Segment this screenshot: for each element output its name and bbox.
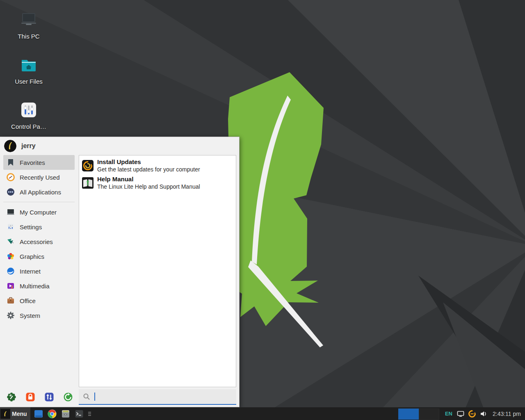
help-manual-icon (82, 177, 94, 189)
desktop-icon-this-pc[interactable]: This PC (6, 10, 51, 40)
search-field[interactable] (79, 389, 236, 405)
panel-grip[interactable] (88, 412, 91, 416)
sidebar-item-settings[interactable]: Settings (3, 219, 75, 234)
updates-tray-icon[interactable] (468, 410, 476, 418)
menu-username: jerry (21, 142, 36, 150)
install-updates-icon (82, 160, 94, 172)
office-briefcase-icon (7, 297, 15, 305)
home-folder-icon (19, 55, 39, 75)
clock[interactable]: 2:43:11 pm (493, 411, 521, 417)
accessories-icon (7, 237, 15, 246)
computer-icon (7, 208, 15, 216)
sidebar-item-label: Office (20, 297, 36, 304)
menu-header: jerry (0, 137, 239, 155)
menu-sidebar: Favorites Recently Used All Applications (0, 155, 78, 407)
taskbar: Menu (0, 407, 525, 420)
sidebar-item-label: Settings (20, 224, 42, 231)
settings-sliders-icon (7, 223, 15, 231)
app-row-install-updates[interactable]: Install Updates Get the latest updates f… (81, 157, 234, 174)
desktop-icon-label: User Files (6, 78, 51, 85)
switch-user-icon[interactable] (44, 392, 54, 402)
user-avatar[interactable] (4, 140, 16, 152)
clock-icon (7, 173, 15, 181)
taskbar-launchers (34, 409, 84, 419)
desktop-icon-user-files[interactable]: User Files (6, 55, 51, 85)
sidebar-item-multimedia[interactable]: Multimedia (3, 278, 75, 293)
menu-button-label: Menu (12, 411, 27, 417)
desktop-icon-label: Control Pa… (6, 123, 51, 130)
multimedia-icon (7, 282, 15, 290)
menu-actions (7, 392, 73, 402)
sidebar-item-label: Favorites (20, 159, 45, 166)
sidebar-item-label: Multimedia (20, 283, 50, 290)
control-panel-icon (19, 100, 39, 120)
app-title: Install Updates (97, 158, 200, 166)
sidebar-item-label: Graphics (20, 253, 44, 260)
desktop: This PC User Files Control Pa… (0, 0, 525, 420)
computer-icon (19, 10, 39, 30)
taskbar-right: EN 2:43:11 pm (398, 407, 525, 420)
graphics-pinwheel-icon (7, 252, 15, 260)
workspace-2[interactable] (419, 409, 439, 420)
lock-screen-icon[interactable] (25, 392, 35, 402)
sidebar-item-accessories[interactable]: Accessories (3, 234, 75, 249)
sidebar-item-office[interactable]: Office (3, 293, 75, 308)
app-list-panel: Install Updates Get the latest updates f… (79, 155, 236, 387)
system-gear-icon (7, 311, 15, 320)
desktop-icon-control-panel[interactable]: Control Pa… (6, 100, 51, 130)
sidebar-item-graphics[interactable]: Graphics (3, 249, 75, 264)
display-icon[interactable] (457, 410, 465, 418)
log-out-icon[interactable] (63, 392, 73, 402)
bookmark-icon (7, 158, 15, 167)
desktop-icon-label: This PC (6, 33, 51, 40)
workspace-1[interactable] (398, 409, 419, 420)
app-row-help-manual[interactable]: Help Manual The Linux Lite Help and Supp… (81, 174, 234, 192)
sidebar-item-my-computer[interactable]: My Computer (3, 205, 75, 219)
settings-manager-icon[interactable] (7, 392, 16, 402)
application-menu: jerry Favorites Recently Used (0, 137, 240, 407)
file-manager-icon[interactable] (61, 409, 71, 419)
sidebar-separator (3, 202, 75, 202)
keyboard-layout-indicator[interactable]: EN (445, 411, 452, 417)
sidebar-item-label: Accessories (20, 238, 53, 245)
app-title: Help Manual (97, 176, 200, 183)
all-applications-icon (7, 188, 15, 196)
sidebar-item-label: My Computer (20, 209, 57, 216)
app-subtitle: The Linux Lite Help and Support Manual (97, 183, 200, 191)
sidebar-item-system[interactable]: System (3, 308, 75, 323)
sidebar-item-label: Internet (20, 268, 41, 275)
linux-lite-feather-icon (2, 410, 9, 418)
sidebar-item-internet[interactable]: Internet (3, 264, 75, 278)
sidebar-item-label: System (20, 312, 40, 319)
app-subtitle: Get the latest updates for your computer (97, 166, 200, 173)
sidebar-item-label: All Applications (20, 189, 61, 196)
linux-lite-feather-icon (4, 140, 16, 152)
show-desktop-icon[interactable] (34, 409, 43, 419)
volume-icon[interactable] (479, 410, 488, 418)
sidebar-item-label: Recently Used (20, 174, 60, 181)
sidebar-item-all-applications[interactable]: All Applications (3, 185, 75, 199)
terminal-icon[interactable] (74, 409, 84, 419)
internet-globe-icon (7, 267, 15, 275)
chrome-icon[interactable] (47, 409, 57, 419)
sidebar-item-favorites[interactable]: Favorites (3, 155, 75, 170)
menu-button[interactable]: Menu (0, 407, 30, 420)
sidebar-item-recently-used[interactable]: Recently Used (3, 170, 75, 185)
